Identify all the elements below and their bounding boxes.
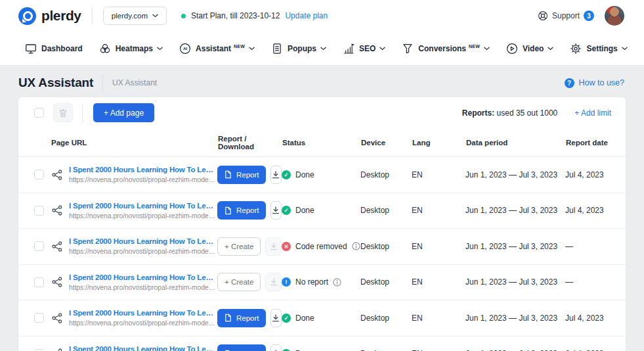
reports-usage: Reports: used 35 out 1000 [462,108,557,118]
report-button[interactable]: Report [217,344,266,351]
nav-item-seo[interactable]: SEO [343,43,385,55]
page-title-link[interactable]: I Spent 2000 Hours Learning How To Learn… [69,273,217,281]
page-title-link[interactable]: I Spent 2000 Hours Learning How To Learn… [69,202,217,210]
status-label: Done [295,170,314,179]
nav-item-popups[interactable]: Popups [271,43,326,55]
nav-label: Dashboard [41,44,83,53]
report-download-cell: + Create + Create [217,273,282,291]
topbar: plerdy plerdy.com Start Plan, till 2023-… [0,0,644,32]
table-row: I Spent 2000 Hours Learning How To Learn… [18,337,626,351]
main-nav: Dashboard Heatmaps AI Assistant NEW Popu… [0,32,644,66]
reports-card: + Add page Reports: used 35 out 1000 + A… [18,97,626,351]
delete-button[interactable] [53,103,73,122]
chevron-down-icon [320,47,326,51]
nav-item-heatmaps[interactable]: Heatmaps [99,43,163,55]
nav-item-video[interactable]: Video [506,43,553,55]
info-icon[interactable] [333,278,341,287]
report-file-icon [224,170,232,179]
add-page-button[interactable]: + Add page [93,103,154,122]
domain-selector-value: plerdy.com [112,12,148,20]
row-checkbox[interactable] [34,170,44,179]
reports-usage-label: Reports: [462,108,494,118]
update-plan-link[interactable]: Update plan [285,11,328,20]
status-cell: Code removed [282,242,360,251]
support-button[interactable]: Support 3 [538,11,594,21]
table-row: I Spent 2000 Hours Learning How To Learn… [18,193,626,229]
nav-item-conversions[interactable]: Conversions NEW [402,43,490,55]
nav-item-assistant[interactable]: AI Assistant NEW [179,43,255,55]
user-avatar[interactable] [605,6,624,26]
row-checkbox[interactable] [34,313,44,323]
download-button[interactable] [270,166,282,184]
report-button[interactable]: Report [217,201,266,220]
new-badge: NEW [469,44,480,49]
data-period-cell: Jun 1, 2023 — Jul 3, 2023 [465,170,565,179]
nav-item-dashboard[interactable]: Dashboard [25,43,83,55]
share-icon[interactable] [52,348,62,351]
nav-item-settings[interactable]: Settings [570,43,627,55]
status-cell: Done [282,170,360,179]
download-icon [271,206,280,215]
table-row: I Spent 2000 Hours Learning How To Learn… [18,300,626,337]
download-button[interactable] [270,309,282,327]
divider [92,7,93,24]
chevron-down-icon [152,14,158,18]
settings-gear-icon [570,43,582,55]
report-button-label: Report [236,314,259,322]
page-title-link[interactable]: I Spent 2000 Hours Learning How To Learn… [69,345,217,351]
share-icon[interactable] [52,241,62,252]
share-icon[interactable] [52,205,62,216]
share-icon[interactable] [52,170,62,180]
how-to-use-link[interactable]: ? How to use? [565,78,624,88]
nav-label: SEO [359,44,376,53]
report-button[interactable]: Report [217,166,266,184]
info-icon[interactable] [352,242,360,250]
create-button[interactable]: + Create [217,237,261,256]
add-limit-link[interactable]: + Add limit [574,108,611,118]
create-button-label: + Create [225,278,253,286]
nav-label: Assistant [196,44,231,53]
page-url-text: https://novena.pro/novosti/propal-rezhim… [69,319,217,327]
share-icon[interactable] [52,277,62,287]
download-icon [269,242,278,251]
report-button-label: Report [236,171,259,179]
page-url-text: https://novena.pro/novosti/propal-rezhim… [69,176,217,183]
chevron-down-icon [622,47,628,51]
page-title-link[interactable]: I Spent 2000 Hours Learning How To Learn… [69,237,217,245]
row-checkbox[interactable] [34,241,44,251]
nav-label: Popups [288,44,316,53]
brand[interactable]: plerdy [18,7,81,25]
domain-selector[interactable]: plerdy.com [103,7,167,25]
page-url-text: https://novena.pro/novosti/propal-rezhim… [69,283,217,291]
report-download-cell: Report Report [217,166,282,184]
create-button-label: + Create [225,243,253,250]
page-title-link[interactable]: I Spent 2000 Hours Learning How To Learn… [69,166,217,174]
plan-status-dot [181,14,186,18]
download-icon [271,170,280,179]
data-period-cell: Jun 1, 2023 — Jul 3, 2023 [465,206,565,215]
plan-status: Start Plan, till 2023-10-12 Update plan [181,11,328,20]
page-title-link[interactable]: I Spent 2000 Hours Learning How To Learn… [69,309,217,317]
topbar-right: Support 3 [538,6,624,26]
download-button[interactable] [265,237,282,256]
divider [82,104,83,122]
conversions-funnel-icon [402,43,414,55]
create-button[interactable]: + Create [217,273,261,291]
download-button[interactable] [270,201,282,220]
support-count-badge: 3 [584,11,594,21]
share-icon[interactable] [52,313,62,323]
lang-cell: EN [412,206,465,215]
page-header: UX Assistant UX Assistant ? How to use? [0,66,644,97]
page-url-cell: I Spent 2000 Hours Learning How To Learn… [69,309,217,327]
chevron-down-icon [379,47,385,51]
row-checkbox[interactable] [34,277,44,287]
report-button[interactable]: Report [217,309,266,327]
lang-cell: EN [412,170,465,179]
report-button-label: Report [236,206,259,214]
row-checkbox[interactable] [34,206,44,216]
page-url-cell: I Spent 2000 Hours Learning How To Learn… [69,202,217,220]
select-all-checkbox[interactable] [34,108,44,118]
download-button[interactable] [265,273,282,291]
column-header-report-date: Report date [566,139,626,147]
download-button[interactable] [270,344,282,351]
